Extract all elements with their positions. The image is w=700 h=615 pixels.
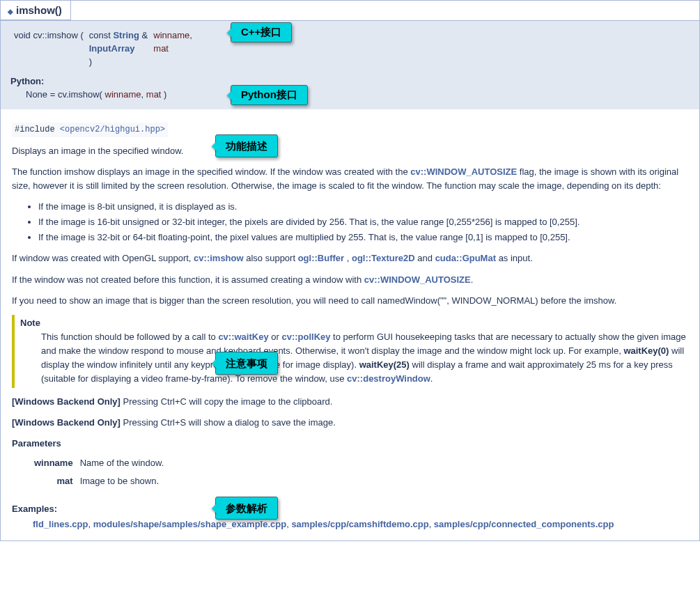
link-ogl-texture2d[interactable]: ogl::Texture2D bbox=[352, 253, 415, 263]
link-example[interactable]: samples/cpp/connected_components.cpp bbox=[434, 519, 614, 529]
link-waitkey[interactable]: cv::waitKey bbox=[218, 332, 268, 342]
opengl-para: If window was created with OpenGL suppor… bbox=[12, 251, 688, 265]
parameters-table: winname Name of the window. mat Image to… bbox=[33, 453, 171, 491]
include-directive: #include <opencv2/highgui.hpp> bbox=[12, 123, 168, 137]
bigger-para: If you need to show an image that is big… bbox=[12, 294, 688, 308]
function-name: imshow() bbox=[16, 4, 62, 16]
parameters-title: Parameters bbox=[12, 437, 688, 451]
link-cuda-gpumat[interactable]: cuda::GpuMat bbox=[435, 253, 496, 263]
table-row: mat Image to be shown. bbox=[34, 473, 169, 490]
examples-title: Examples: bbox=[12, 502, 688, 516]
list-item: If the image is 32-bit or 64-bit floatin… bbox=[38, 231, 688, 244]
windows-note-1: [Windows Backend Only] Pressing Ctrl+C w… bbox=[12, 395, 688, 409]
link-ogl-buffer[interactable]: ogl::Buffer bbox=[298, 253, 344, 263]
link-destroywindow[interactable]: cv::destroyWindow bbox=[347, 373, 430, 384]
examples-list: fld_lines.cpp, modules/shape/samples/sha… bbox=[33, 517, 688, 531]
function-header: ◆imshow() bbox=[1, 1, 699, 21]
windows-note-2: [Windows Backend Only] Pressing Ctrl+S w… bbox=[12, 416, 688, 430]
python-label: Python: bbox=[10, 76, 690, 86]
link-window-autosize[interactable]: cv::WINDOW_AUTOSIZE bbox=[410, 166, 517, 177]
function-title-tab: ◆imshow() bbox=[1, 1, 71, 20]
depth-bullets: If the image is 8-bit unsigned, it is di… bbox=[38, 200, 688, 244]
note-body: This function should be followed by a ca… bbox=[41, 330, 688, 387]
python-signature: None = cv.imshow( winname, mat ) bbox=[26, 89, 690, 100]
link-string-type[interactable]: String bbox=[113, 30, 139, 40]
callout-cpp: C++接口 bbox=[231, 22, 292, 42]
signature-block: C++接口 Python接口 void cv::imshow ( const S… bbox=[1, 21, 699, 109]
note-title: Note bbox=[20, 316, 688, 330]
table-row: winname Name of the window. bbox=[34, 455, 169, 472]
description-body: 功能描述 注意事项 参数解析 #include <opencv2/highgui… bbox=[1, 109, 699, 540]
link-cv-imshow[interactable]: cv::imshow bbox=[194, 253, 244, 263]
link-example[interactable]: samples/cpp/camshiftdemo.cpp bbox=[291, 519, 428, 529]
list-item: If the image is 16-bit unsigned or 32-bi… bbox=[38, 215, 688, 229]
callout-python: Python接口 bbox=[231, 85, 308, 105]
cpp-signature: void cv::imshow ( const String & winname… bbox=[10, 28, 196, 69]
detailed-para-1: The function imshow displays an image in… bbox=[12, 165, 688, 193]
link-example[interactable]: fld_lines.cpp bbox=[33, 519, 88, 529]
link-window-autosize-2[interactable]: cv::WINDOW_AUTOSIZE bbox=[364, 274, 471, 285]
callout-note: 注意事项 bbox=[215, 352, 278, 375]
callout-desc: 功能描述 bbox=[215, 134, 278, 157]
link-example[interactable]: modules/shape/samples/shape_example.cpp bbox=[93, 519, 286, 529]
note-block: Note This function should be followed by… bbox=[12, 315, 688, 388]
list-item: If the image is 8-bit unsigned, it is di… bbox=[38, 200, 688, 214]
diamond-icon: ◆ bbox=[8, 8, 13, 15]
notcreated-para: If the window was not created before thi… bbox=[12, 273, 688, 287]
link-pollkey[interactable]: cv::pollKey bbox=[281, 332, 330, 342]
callout-params: 参数解析 bbox=[215, 497, 278, 520]
brief-description: Displays an image in the specified windo… bbox=[12, 144, 688, 158]
link-inputarray-type[interactable]: InputArray bbox=[89, 43, 135, 54]
